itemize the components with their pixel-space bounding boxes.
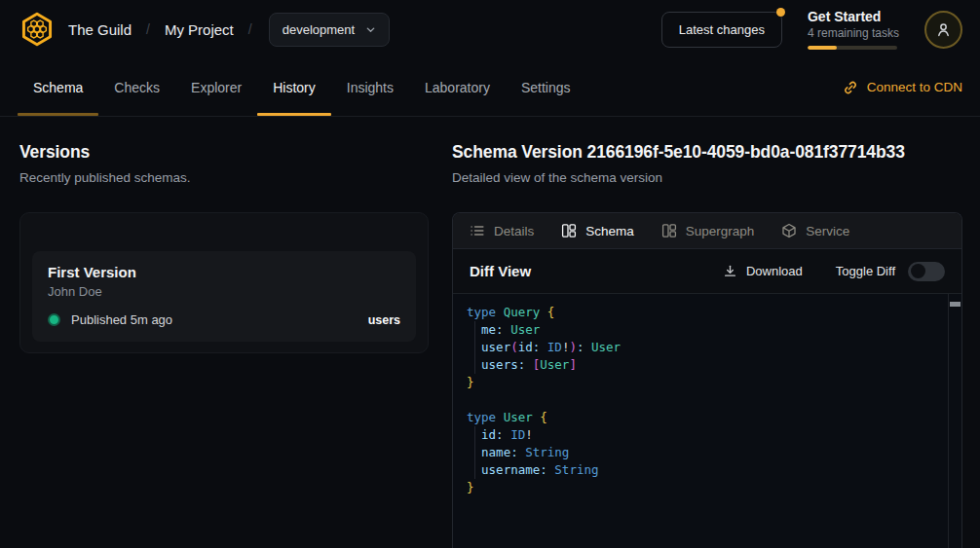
schema-version-title: Schema Version 2166196f-5e10-4059-bd0a-0…	[452, 142, 962, 163]
code-lines: type Query { me: User user(id: ID!): Use…	[467, 304, 946, 496]
main-content: Versions Recently published schemas. Fir…	[0, 117, 980, 548]
nav-tab-label: Checks	[114, 80, 160, 95]
diff-view-header: Diff View Download Toggle Diff	[453, 249, 961, 294]
app-root: The Guild / My Project / development Lat…	[0, 0, 980, 548]
nav-tab-label: Insights	[347, 80, 394, 95]
nav-tab-history[interactable]: History	[257, 58, 331, 116]
schema-detail-card: DetailsSchemaSupergraphService Diff View…	[452, 212, 962, 548]
version-status-text: Published 5m ago	[71, 312, 172, 327]
guild-logo[interactable]	[18, 10, 57, 49]
version-author: John Doe	[48, 284, 400, 299]
nav-tab-schema[interactable]: Schema	[18, 58, 98, 116]
detail-tab-supergraph[interactable]: Supergraph	[661, 223, 755, 238]
columns-icon	[561, 223, 577, 238]
download-button[interactable]: Download	[723, 264, 803, 278]
code-line: type User {	[467, 409, 946, 426]
diff-view-actions: Download Toggle Diff	[723, 262, 945, 281]
detail-tab-label: Service	[806, 224, 849, 238]
nav-tab-label: Schema	[33, 80, 83, 95]
code-line: }	[467, 479, 946, 496]
main-nav: SchemaChecksExplorerHistoryInsightsLabor…	[0, 58, 980, 117]
indent-guide	[474, 426, 475, 479]
detail-tab-service[interactable]: Service	[781, 223, 849, 238]
versions-subtitle: Recently published schemas.	[19, 170, 429, 185]
get-started-title: Get Started	[808, 9, 899, 24]
schema-code-viewer[interactable]: type Query { me: User user(id: ID!): Use…	[453, 294, 961, 548]
person-icon	[935, 21, 952, 38]
breadcrumb-separator: /	[248, 21, 252, 37]
versions-list-card: First Version John Doe Published 5m ago …	[19, 212, 429, 353]
code-line: users: [User]	[467, 356, 946, 374]
cube-icon	[781, 223, 797, 238]
get-started-subtitle: 4 remaining tasks	[808, 26, 899, 40]
detail-tab-details[interactable]: Details	[470, 223, 534, 238]
columns-icon	[661, 223, 677, 238]
indent-guide	[474, 321, 475, 374]
code-scrollbar[interactable]	[948, 294, 961, 548]
schema-detail-tabs: DetailsSchemaSupergraphService	[453, 213, 961, 249]
latest-changes-button[interactable]: Latest changes	[661, 12, 782, 48]
nav-tab-explorer[interactable]: Explorer	[175, 58, 257, 116]
breadcrumb: The Guild / My Project / development	[68, 13, 390, 47]
diff-toggle-switch[interactable]	[908, 262, 945, 281]
get-started-widget[interactable]: Get Started 4 remaining tasks	[808, 9, 899, 50]
get-started-progress-bar	[808, 46, 897, 50]
code-line: name: String	[467, 444, 946, 461]
toggle-diff-group: Toggle Diff	[836, 262, 945, 281]
header-actions: Latest changes Get Started 4 remaining t…	[661, 9, 962, 50]
version-status-row: Published 5m ago users	[48, 312, 400, 327]
versions-panel: Versions Recently published schemas. Fir…	[19, 142, 429, 548]
connect-cdn-link[interactable]: Connect to CDN	[843, 58, 962, 116]
breadcrumb-separator: /	[146, 21, 150, 37]
schema-version-subtitle: Detailed view of the schema version	[452, 170, 962, 185]
download-icon	[723, 264, 737, 278]
avatar[interactable]	[924, 11, 962, 49]
latest-changes-label: Latest changes	[679, 22, 765, 37]
schema-version-panel: Schema Version 2166196f-5e10-4059-bd0a-0…	[452, 142, 962, 548]
list-icon	[470, 223, 485, 238]
nav-tab-label: History	[273, 80, 316, 95]
nav-tab-insights[interactable]: Insights	[331, 58, 409, 116]
version-name: First Version	[48, 264, 400, 280]
code-line: user(id: ID!): User	[467, 339, 946, 356]
versions-title: Versions	[19, 142, 429, 163]
detail-tab-schema[interactable]: Schema	[561, 223, 634, 238]
chevron-down-icon	[365, 24, 376, 35]
detail-tab-label: Schema	[585, 224, 634, 238]
nav-tab-label: Settings	[521, 80, 571, 95]
get-started-progress-fill	[808, 46, 837, 50]
code-line: me: User	[467, 321, 946, 339]
code-line: type Query {	[467, 304, 946, 321]
main-nav-tabs: SchemaChecksExplorerHistoryInsightsLabor…	[18, 58, 586, 116]
top-header: The Guild / My Project / development Lat…	[0, 0, 980, 58]
download-label: Download	[746, 264, 803, 278]
target-selector-value: development	[283, 22, 355, 37]
code-scrollbar-thumb[interactable]	[950, 302, 961, 307]
breadcrumb-project[interactable]: My Project	[165, 21, 234, 38]
toggle-diff-label: Toggle Diff	[836, 264, 895, 278]
breadcrumb-org[interactable]: The Guild	[68, 21, 132, 38]
version-list-item[interactable]: First Version John Doe Published 5m ago …	[32, 251, 416, 342]
code-line: username: String	[467, 461, 946, 479]
hexagon-honeycomb-icon	[19, 11, 56, 48]
nav-tab-label: Explorer	[191, 80, 242, 95]
switch-knob	[911, 264, 925, 278]
published-status-dot	[48, 313, 60, 326]
detail-tab-label: Supergraph	[686, 224, 755, 238]
nav-tab-checks[interactable]: Checks	[98, 58, 175, 116]
diff-view-title: Diff View	[470, 263, 531, 279]
nav-tab-settings[interactable]: Settings	[506, 58, 586, 116]
code-line	[467, 391, 946, 409]
code-line: id: ID!	[467, 426, 946, 444]
nav-tab-laboratory[interactable]: Laboratory	[409, 58, 506, 116]
version-service-name: users	[368, 313, 400, 327]
notification-dot	[776, 8, 785, 17]
target-selector[interactable]: development	[269, 13, 390, 47]
connect-cdn-label: Connect to CDN	[867, 80, 962, 94]
code-line: }	[467, 374, 946, 391]
link-icon	[843, 80, 858, 95]
nav-tab-label: Laboratory	[425, 80, 490, 95]
detail-tab-label: Details	[494, 224, 534, 238]
